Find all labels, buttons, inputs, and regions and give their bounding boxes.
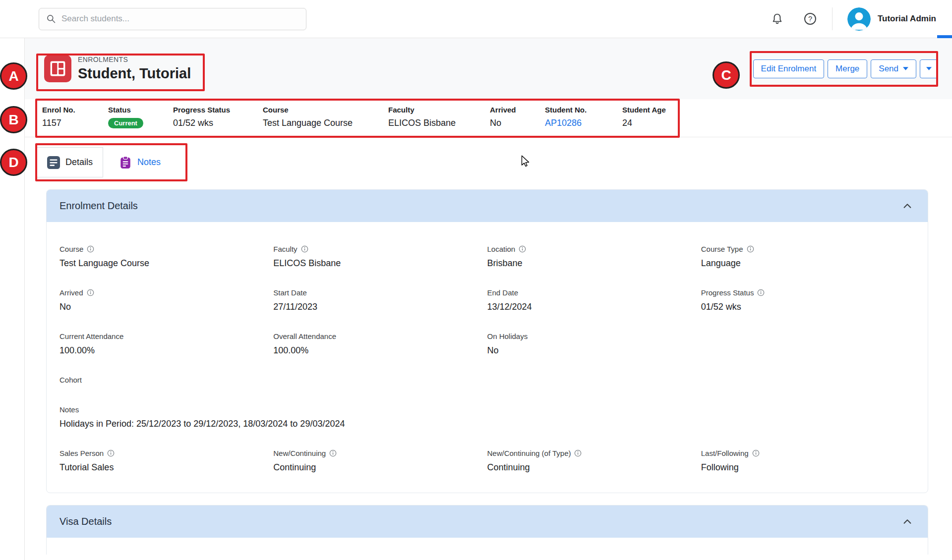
field-progress-status: Progress Status 01/52 wks — [701, 288, 915, 312]
summary-course: Course Test Language Course — [263, 106, 388, 137]
info-icon[interactable] — [747, 245, 754, 253]
summary-value: ELICOS Bisbane — [388, 118, 490, 128]
field-value: Language — [701, 258, 915, 269]
field-value: Brisbane — [487, 258, 701, 269]
summary-label: Faculty — [388, 106, 490, 114]
field-value: ELICOS Bisbane — [273, 258, 487, 269]
search-icon — [46, 14, 56, 24]
field-new-continuing-of-type: New/Continuing (of Type) Continuing — [487, 449, 701, 473]
search-input[interactable] — [61, 14, 299, 24]
tab-notes[interactable]: Notes — [109, 147, 171, 177]
field-label: Cohort — [60, 376, 82, 384]
collapse-chevron-up-icon[interactable] — [902, 201, 913, 212]
edit-enrolment-button[interactable]: Edit Enrolment — [753, 59, 825, 78]
help-icon[interactable]: ? — [803, 12, 817, 26]
topbar-right: ? Tutorial Admin — [771, 7, 952, 31]
field-label: On Holidays — [487, 332, 528, 340]
annotation-marker-c: C — [713, 61, 740, 89]
send-button[interactable]: Send — [871, 59, 916, 78]
field-label: Last/Following — [701, 449, 749, 457]
enrolment-details-header[interactable]: Enrolment Details — [47, 190, 928, 222]
svg-text:?: ? — [808, 15, 812, 23]
tab-notes-label: Notes — [137, 157, 161, 168]
search-box[interactable] — [39, 8, 306, 30]
field-label: Sales Person — [60, 449, 104, 457]
field-value: Continuing — [273, 462, 487, 473]
field-sales-person: Sales Person Tutorial Sales — [60, 449, 273, 473]
info-icon[interactable] — [752, 449, 760, 457]
blue-accent-bar — [937, 35, 952, 38]
summary-value: 01/52 wks — [173, 118, 263, 128]
field-label: Location — [487, 245, 516, 253]
summary-student-age: Student Age 24 — [622, 106, 702, 137]
summary-value: No — [490, 118, 545, 128]
info-icon[interactable] — [107, 449, 115, 457]
summary-label: Arrived — [490, 106, 545, 114]
more-actions-button[interactable] — [920, 59, 938, 78]
summary-label: Course — [263, 106, 388, 114]
field-faculty: Faculty ELICOS Bisbane — [273, 245, 487, 269]
summary-label: Progress Status — [173, 106, 263, 114]
summary-faculty: Faculty ELICOS Bisbane — [388, 106, 490, 137]
field-value: No — [487, 345, 701, 356]
tab-details-label: Details — [65, 157, 93, 168]
field-row: Sales Person Tutorial Sales New/Continui… — [60, 449, 915, 473]
field-label: New/Continuing — [273, 449, 326, 457]
field-new-continuing: New/Continuing Continuing — [273, 449, 487, 473]
field-location: Location Brisbane — [487, 245, 701, 269]
field-value: Tutorial Sales — [60, 462, 273, 473]
visa-details-header[interactable]: Visa Details — [47, 505, 928, 538]
info-icon[interactable] — [519, 245, 526, 253]
main-content: ENROLMENTS Student, Tutorial Edit Enrolm… — [24, 38, 952, 560]
summary-status: Status Current — [108, 106, 173, 137]
info-icon[interactable] — [87, 289, 94, 296]
summary-label: Student No. — [545, 106, 622, 114]
field-label: Course — [60, 245, 83, 253]
visa-details-panel: Visa Details — [46, 505, 928, 555]
field-notes: Notes Holidays in Period: 25/12/2023 to … — [60, 405, 915, 429]
enrolment-details-title: Enrolment Details — [60, 200, 138, 212]
user-name: Tutorial Admin — [878, 14, 936, 24]
merge-button[interactable]: Merge — [828, 59, 867, 78]
summary-label: Student Age — [622, 106, 702, 114]
enrolment-summary-bar: Enrol No. 1157 Status Current Progress S… — [25, 99, 952, 137]
header-actions: Edit Enrolment Merge Send — [753, 59, 938, 78]
summary-value: 1157 — [42, 118, 108, 128]
field-current-attendance: Current Attendance 100.00% — [60, 332, 273, 356]
info-icon[interactable] — [329, 449, 337, 457]
summary-value: 24 — [622, 118, 702, 128]
field-row: Notes Holidays in Period: 25/12/2023 to … — [60, 405, 915, 429]
enrolment-details-panel: Enrolment Details Course Test Language C… — [46, 189, 928, 493]
field-value: 100.00% — [60, 345, 273, 356]
info-icon[interactable] — [757, 289, 765, 296]
field-row: Current Attendance 100.00% Overall Atten… — [60, 332, 915, 356]
info-icon[interactable] — [574, 449, 582, 457]
annotation-marker-d: D — [0, 149, 27, 176]
field-value: No — [60, 301, 273, 312]
status-badge: Current — [108, 118, 143, 128]
summary-label: Enrol No. — [42, 106, 108, 114]
field-on-holidays: On Holidays No — [487, 332, 701, 356]
notifications-bell-icon[interactable] — [771, 12, 784, 26]
info-icon[interactable] — [301, 245, 308, 253]
caret-down-icon — [926, 67, 932, 70]
field-start-date: Start Date 27/11/2023 — [273, 288, 487, 312]
enrolment-details-body: Course Test Language Course Faculty ELIC… — [47, 222, 928, 493]
avatar[interactable] — [847, 7, 871, 31]
student-no-link[interactable]: AP10286 — [545, 118, 622, 128]
send-label: Send — [879, 64, 898, 74]
cards-container: Enrolment Details Course Test Language C… — [25, 181, 952, 555]
topbar-divider — [832, 7, 833, 30]
field-label: Arrived — [60, 288, 83, 297]
field-end-date: End Date 13/12/2024 — [487, 288, 701, 312]
enrolments-app-icon — [44, 55, 71, 82]
page-header: ENROLMENTS Student, Tutorial Edit Enrolm… — [25, 38, 952, 99]
field-cohort: Cohort — [60, 376, 273, 384]
info-icon[interactable] — [87, 245, 94, 253]
summary-value: Test Language Course — [263, 118, 388, 128]
field-row: Course Test Language Course Faculty ELIC… — [60, 245, 915, 269]
merge-label: Merge — [835, 64, 859, 74]
field-label: Overall Attendance — [273, 332, 336, 340]
tab-details[interactable]: Details — [37, 147, 103, 177]
collapse-chevron-up-icon[interactable] — [902, 516, 913, 527]
